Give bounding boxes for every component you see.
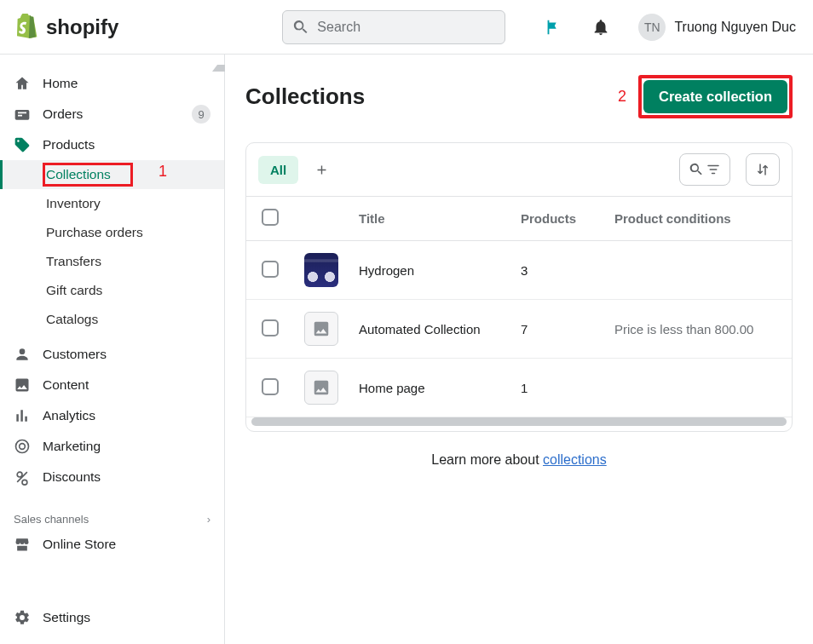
logo[interactable]: shopify xyxy=(17,14,118,41)
collection-thumb xyxy=(304,253,338,287)
table-row[interactable]: Automated Collection 7 Price is less tha… xyxy=(246,300,792,359)
sidebar-item-label: Analytics xyxy=(43,408,210,423)
search-icon xyxy=(689,162,704,177)
search-icon xyxy=(292,19,309,36)
page-title: Collections xyxy=(245,83,365,110)
image-icon xyxy=(312,378,331,397)
annotation-label-1: 1 xyxy=(159,163,167,181)
sidebar-item-label: Orders xyxy=(43,106,180,122)
th-products[interactable]: Products xyxy=(510,197,604,241)
main-content: Collections 2 Create collection All xyxy=(225,55,813,644)
annotation-box-1 xyxy=(43,163,133,187)
sidebar-item-home[interactable]: Home xyxy=(0,68,224,99)
sidebar-item-label: Marketing xyxy=(43,439,210,454)
avatar: TN xyxy=(638,14,666,41)
cell-title: Hydrogen xyxy=(349,241,510,300)
shopify-bag-icon xyxy=(17,14,41,41)
annotation-label-2: 2 xyxy=(618,88,626,106)
cell-products: 1 xyxy=(510,359,604,417)
tag-icon xyxy=(14,136,31,153)
store-icon xyxy=(14,536,31,553)
checkbox-row[interactable] xyxy=(262,261,279,278)
cell-products: 3 xyxy=(510,241,604,300)
orders-badge: 9 xyxy=(192,105,210,124)
sidebar-item-label: Settings xyxy=(43,610,210,625)
cell-conditions xyxy=(604,359,792,417)
sidebar-item-label: Home xyxy=(43,76,210,91)
learn-more-link[interactable]: collections xyxy=(543,452,607,467)
user-name: Truong Nguyen Duc xyxy=(674,20,796,35)
sidebar-item-label: Content xyxy=(43,377,210,393)
th-conditions[interactable]: Product conditions xyxy=(604,197,792,241)
checkbox-row[interactable] xyxy=(262,378,279,395)
scroll-up-icon[interactable] xyxy=(212,55,222,644)
subnav-label: Purchase orders xyxy=(46,225,143,240)
tab-all[interactable]: All xyxy=(258,156,298,184)
sidebar-item-label: Products xyxy=(43,137,210,152)
subnav-label: Catalogs xyxy=(46,312,98,327)
sidebar: Home Orders 9 Products Collections 1 Inv… xyxy=(0,55,225,644)
target-icon xyxy=(14,438,31,455)
th-title[interactable]: Title xyxy=(349,197,510,241)
cell-title: Automated Collection xyxy=(349,300,510,359)
plus-icon xyxy=(314,163,329,177)
add-view-button[interactable] xyxy=(307,155,336,184)
subnav-inventory[interactable]: Inventory xyxy=(0,189,224,218)
sidebar-item-customers[interactable]: Customers xyxy=(0,339,224,370)
bars-icon xyxy=(14,407,31,424)
section-sales-channels[interactable]: Sales channels › xyxy=(0,503,224,529)
sidebar-item-label: Discounts xyxy=(43,469,210,485)
subnav-transfers[interactable]: Transfers xyxy=(0,247,224,276)
annotation-box-2: Create collection xyxy=(638,75,793,118)
sidebar-item-label: Online Store xyxy=(43,537,210,552)
search-wrap xyxy=(282,10,505,44)
subnav-gift-cards[interactable]: Gift cards xyxy=(0,276,224,305)
collections-table: Title Products Product conditions Hydrog… xyxy=(246,196,792,417)
sidebar-item-settings[interactable]: Settings xyxy=(0,602,224,633)
flag-icon[interactable] xyxy=(536,10,570,44)
search-input[interactable] xyxy=(282,10,505,44)
sidebar-item-marketing[interactable]: Marketing xyxy=(0,431,224,462)
cell-conditions xyxy=(604,241,792,300)
horizontal-scrollbar[interactable] xyxy=(251,417,787,426)
subnav-purchase-orders[interactable]: Purchase orders xyxy=(0,218,224,247)
create-collection-button[interactable]: Create collection xyxy=(643,80,787,113)
checkbox-all[interactable] xyxy=(262,209,279,226)
orders-icon xyxy=(14,106,31,123)
bell-icon[interactable] xyxy=(584,10,618,44)
section-label: Sales channels xyxy=(14,513,89,526)
learn-more: Learn more about collections xyxy=(245,432,793,488)
subnav-catalogs[interactable]: Catalogs xyxy=(0,305,224,334)
search-filter-button[interactable] xyxy=(679,153,730,186)
sidebar-item-discounts[interactable]: Discounts xyxy=(0,462,224,492)
gear-icon xyxy=(14,609,31,626)
sidebar-item-content[interactable]: Content xyxy=(0,370,224,400)
checkbox-row[interactable] xyxy=(262,319,279,336)
subnav-label: Transfers xyxy=(46,254,101,269)
logo-text: shopify xyxy=(46,15,118,39)
topbar: shopify TN Truong Nguyen Duc xyxy=(0,0,813,55)
user-menu[interactable]: TN Truong Nguyen Duc xyxy=(638,14,796,41)
filter-icon xyxy=(706,162,721,177)
percent-icon xyxy=(14,469,31,486)
cell-title: Home page xyxy=(349,359,510,417)
subnav-collections[interactable]: Collections xyxy=(0,160,224,189)
table-row[interactable]: Home page 1 xyxy=(246,359,792,417)
sidebar-item-analytics[interactable]: Analytics xyxy=(0,400,224,431)
chevron-right-icon: › xyxy=(207,513,210,526)
table-row[interactable]: Hydrogen 3 xyxy=(246,241,792,300)
collections-card: All Title xyxy=(245,142,793,432)
sidebar-item-products[interactable]: Products xyxy=(0,129,224,160)
subnav-label: Inventory xyxy=(46,196,101,211)
sidebar-item-online-store[interactable]: Online Store xyxy=(0,529,224,560)
image-icon xyxy=(312,319,331,338)
sidebar-item-label: Customers xyxy=(43,347,210,362)
collection-thumb-placeholder xyxy=(304,312,338,346)
learn-more-text: Learn more about xyxy=(431,452,543,467)
sort-icon xyxy=(755,162,770,177)
home-icon xyxy=(14,75,31,92)
sidebar-item-orders[interactable]: Orders 9 xyxy=(0,99,224,129)
cell-conditions: Price is less than 800.00 xyxy=(604,300,792,359)
sort-button[interactable] xyxy=(746,153,780,186)
person-icon xyxy=(14,346,31,363)
